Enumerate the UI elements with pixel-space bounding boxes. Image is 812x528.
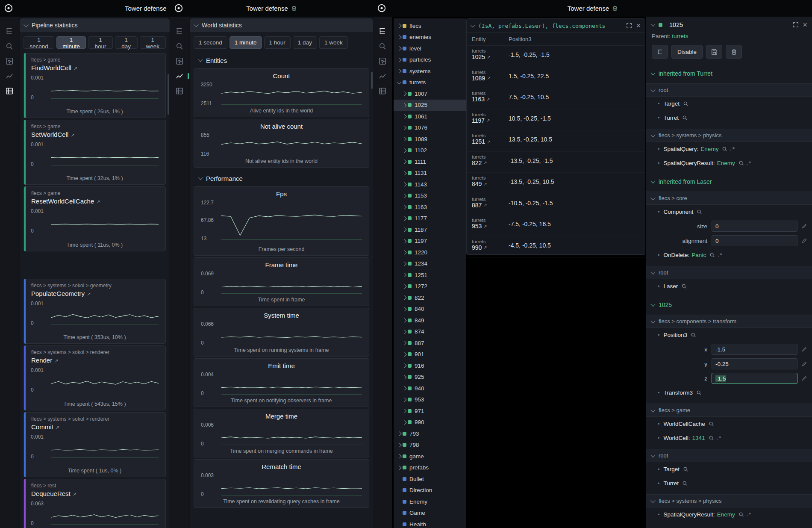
query-row-887[interactable]: turrets887↗-10.5, -0.25, -1.5 xyxy=(467,194,645,215)
chevron-right-icon[interactable] xyxy=(403,386,406,390)
inspector-section-1025[interactable]: 1025 xyxy=(646,299,812,311)
chart-view-icon[interactable] xyxy=(378,72,387,80)
search-icon[interactable] xyxy=(5,42,14,50)
search-icon[interactable] xyxy=(722,146,727,152)
chevron-down-icon[interactable] xyxy=(396,81,403,84)
expand-icon[interactable] xyxy=(626,23,632,29)
stat-card-merge-time[interactable]: Merge time0.0060Time spent on merging co… xyxy=(194,409,369,457)
chevron-right-icon[interactable] xyxy=(401,296,408,299)
table-view-icon[interactable] xyxy=(378,87,387,95)
time-range-1-week[interactable]: 1 week xyxy=(319,36,348,49)
time-range-1-minute[interactable]: 1 minute xyxy=(56,36,86,49)
tree-item-1007[interactable]: 1007 xyxy=(394,88,466,100)
tree-item-822[interactable]: 822 xyxy=(394,292,466,304)
chevron-down-icon[interactable] xyxy=(650,71,655,75)
tree-item-1111[interactable]: 1111 xyxy=(394,156,466,168)
stat-card-frame-time[interactable]: Frame time0.0690Time spent in frame xyxy=(194,257,369,306)
tree-item-level[interactable]: level xyxy=(394,43,466,54)
tree-item-particles[interactable]: particles xyxy=(394,54,466,66)
delete-button[interactable] xyxy=(726,45,742,59)
open-link-icon[interactable]: ↗ xyxy=(73,492,76,497)
query-row-1163[interactable]: turrets1163↗7.5, -0.25, 10.5 xyxy=(467,88,645,109)
chevron-down-icon[interactable] xyxy=(650,132,655,137)
tree-item-1143[interactable]: 1143 xyxy=(394,179,466,190)
component-value[interactable]: Panic xyxy=(691,252,706,258)
search-icon[interactable] xyxy=(709,435,714,441)
tree-item-1061[interactable]: 1061 xyxy=(394,111,466,122)
chevron-right-icon[interactable] xyxy=(403,307,406,311)
tree-item-887[interactable]: 887 xyxy=(394,337,466,349)
disable-button[interactable]: Disable xyxy=(671,45,703,59)
search-icon[interactable] xyxy=(683,466,688,472)
tree-item-enemy[interactable]: Enemy xyxy=(394,496,466,507)
chevron-right-icon[interactable] xyxy=(396,466,403,469)
chevron-down-icon[interactable] xyxy=(194,22,198,27)
stat-card-findworldcell[interactable]: flecs > gameFindWorldCell↗0.0010Time spe… xyxy=(24,53,166,118)
search-icon[interactable] xyxy=(683,101,688,106)
query-row-953[interactable]: turrets953↗-7.5, -0.25, 16.5 xyxy=(467,215,645,236)
tree-item-940[interactable]: 940 xyxy=(394,383,466,394)
chevron-right-icon[interactable] xyxy=(401,195,408,198)
time-range-1-day[interactable]: 1 day xyxy=(293,36,317,49)
chevron-right-icon[interactable] xyxy=(401,376,408,379)
chevron-right-icon[interactable] xyxy=(403,137,406,141)
trash-icon[interactable] xyxy=(291,5,297,12)
stat-card-fps[interactable]: Fps122.767.8613Frames per second xyxy=(194,186,369,256)
chevron-right-icon[interactable] xyxy=(403,160,406,164)
component-row-turret[interactable]: •Turret xyxy=(646,111,812,125)
query-row-1251[interactable]: turrets1251↗13.5, -0.25, 10.5 xyxy=(467,130,645,152)
section-header-performance[interactable]: Performance xyxy=(194,172,368,185)
query-row-1197[interactable]: turrets1197↗10.5, -0.25, -1.5 xyxy=(467,109,645,131)
tree-item-1220[interactable]: 1220 xyxy=(394,247,466,258)
tree-item-flecs[interactable]: flecs xyxy=(394,20,466,32)
component-row-target[interactable]: •Target xyxy=(646,97,812,111)
chevron-right-icon[interactable] xyxy=(401,285,408,288)
chevron-right-icon[interactable] xyxy=(403,319,406,322)
tree-item-1234[interactable]: 1234 xyxy=(394,258,466,270)
inspector-section-inherited-from-turret[interactable]: inherited from Turret xyxy=(646,68,812,80)
tree-item-1089[interactable]: 1089 xyxy=(394,133,466,145)
close-icon[interactable]: × xyxy=(803,21,807,29)
chevron-right-icon[interactable] xyxy=(397,47,401,50)
stat-card-not-alive-count[interactable]: Not alive count855116Not alive entity id… xyxy=(194,119,369,168)
chevron-right-icon[interactable] xyxy=(401,353,408,356)
expand-icon[interactable] xyxy=(793,22,799,28)
chevron-right-icon[interactable] xyxy=(401,149,408,152)
inspector-path-flecs-systems-physics[interactable]: flecs > systems > physics xyxy=(646,494,812,507)
tree-item-direction[interactable]: Direction xyxy=(394,485,466,496)
chevron-down-icon[interactable] xyxy=(470,23,475,27)
chevron-right-icon[interactable] xyxy=(397,24,401,28)
chevron-right-icon[interactable] xyxy=(397,432,401,436)
tree-toggle-button[interactable] xyxy=(652,45,668,59)
tree-item-798[interactable]: 798 xyxy=(394,440,466,451)
chevron-right-icon[interactable] xyxy=(401,342,408,345)
chevron-right-icon[interactable] xyxy=(397,58,401,62)
query-row-849[interactable]: turrets849↗-13.5, -0.25, 10.5 xyxy=(467,173,645,194)
chevron-right-icon[interactable] xyxy=(403,171,406,175)
component-row-turret[interactable]: •Turret xyxy=(646,476,812,490)
table-view-icon[interactable] xyxy=(175,87,184,95)
chevron-right-icon[interactable] xyxy=(401,421,408,424)
chevron-right-icon[interactable] xyxy=(401,274,408,277)
open-link-icon[interactable]: ↗ xyxy=(96,199,100,204)
chevron-right-icon[interactable] xyxy=(401,183,408,186)
field-input-z[interactable]: -1.5 xyxy=(712,373,797,384)
chevron-right-icon[interactable] xyxy=(403,126,406,130)
chevron-right-icon[interactable] xyxy=(403,92,406,96)
edit-pencil-icon[interactable] xyxy=(801,223,807,229)
tree-item-874[interactable]: 874 xyxy=(394,326,466,338)
tree-item-1102[interactable]: 1102 xyxy=(394,145,466,156)
stat-card-setworldcell[interactable]: flecs > gameSetWorldCell↗0.0010Time spen… xyxy=(24,120,166,185)
chevron-right-icon[interactable] xyxy=(401,172,408,175)
inspector-path-flecs-game[interactable]: flecs > game xyxy=(646,404,812,417)
query-expression[interactable]: (IsA, prefabs.Laser), flecs.components xyxy=(478,23,622,29)
open-link-icon[interactable]: ↗ xyxy=(486,97,490,102)
component-row-ondelete[interactable]: •OnDelete:Panic.* xyxy=(646,248,812,262)
chevron-down-icon[interactable] xyxy=(198,175,203,180)
chevron-right-icon[interactable] xyxy=(403,239,406,243)
chevron-right-icon[interactable] xyxy=(396,455,403,458)
chevron-right-icon[interactable] xyxy=(401,398,408,401)
stat-card-populategeometry[interactable]: flecs > systems > sokol > geometryPopula… xyxy=(24,279,166,344)
tree-item-1076[interactable]: 1076 xyxy=(394,122,466,134)
entity-id[interactable]: 1089↗ xyxy=(472,75,509,82)
